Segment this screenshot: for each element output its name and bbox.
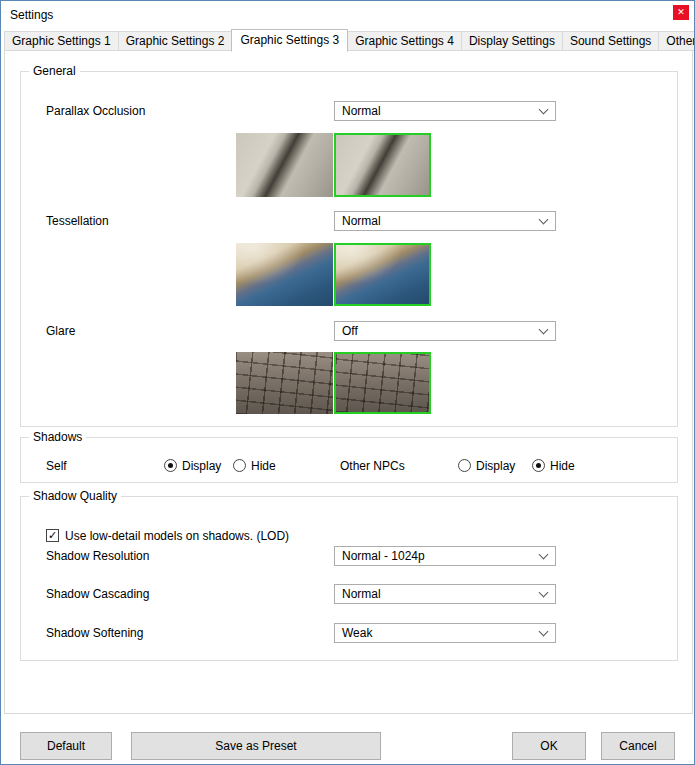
chevron-down-icon	[539, 550, 549, 560]
tessellation-preview-1[interactable]	[236, 243, 333, 306]
other-npcs-label: Other NPCs	[340, 459, 405, 473]
tessellation-preview-2-selected[interactable]	[334, 243, 431, 306]
general-group-label: General	[29, 65, 80, 78]
window-title: Settings	[10, 8, 53, 22]
shadow-resolution-value: Normal - 1024p	[342, 547, 425, 565]
glare-preview-2-selected[interactable]	[334, 352, 431, 414]
self-label: Self	[46, 459, 67, 473]
chevron-down-icon	[539, 325, 549, 335]
tab-graphic-settings-1[interactable]: Graphic Settings 1	[4, 31, 119, 51]
close-icon: ✕	[677, 8, 685, 17]
shadow-softening-value: Weak	[342, 624, 372, 642]
parallax-occlusion-select[interactable]: Normal	[334, 101, 556, 121]
tessellation-value: Normal	[342, 212, 381, 230]
shadows-group-label: Shadows	[29, 431, 86, 444]
shadow-softening-select[interactable]: Weak	[334, 623, 556, 643]
tessellation-select[interactable]: Normal	[334, 211, 556, 231]
checkmark-icon: ✓	[48, 530, 57, 541]
self-display-radio[interactable]	[164, 459, 177, 472]
npc-hide-radio[interactable]	[532, 459, 545, 472]
npc-display-radio-label: Display	[476, 459, 515, 473]
parallax-occlusion-value: Normal	[342, 102, 381, 120]
npc-hide-radio-label: Hide	[550, 459, 575, 473]
tab-other[interactable]: Other	[658, 31, 695, 51]
shadow-softening-label: Shadow Softening	[46, 626, 143, 640]
tab-graphic-settings-3[interactable]: Graphic Settings 3	[231, 29, 348, 52]
general-group: General Parallax Occlusion Normal Tessel…	[20, 71, 678, 427]
glare-select[interactable]: Off	[334, 321, 556, 341]
chevron-down-icon	[539, 588, 549, 598]
chevron-down-icon	[539, 215, 549, 225]
shadows-group: Shadows Self Display Hide Other NPCs Dis…	[20, 437, 678, 483]
npc-display-radio[interactable]	[458, 459, 471, 472]
tab-sound-settings[interactable]: Sound Settings	[562, 31, 659, 51]
settings-window: Settings ✕ Graphic Settings 1 Graphic Se…	[0, 0, 695, 765]
glare-preview-1[interactable]	[236, 352, 333, 414]
tab-graphic-settings-2[interactable]: Graphic Settings 2	[118, 31, 233, 51]
parallax-preview-2-selected[interactable]	[334, 133, 431, 197]
glare-value: Off	[342, 322, 358, 340]
tab-graphic-settings-4[interactable]: Graphic Settings 4	[347, 31, 462, 51]
save-as-preset-button[interactable]: Save as Preset	[131, 732, 381, 760]
self-hide-radio-label: Hide	[251, 459, 276, 473]
chevron-down-icon	[539, 105, 549, 115]
shadow-resolution-select[interactable]: Normal - 1024p	[334, 546, 556, 566]
cancel-button[interactable]: Cancel	[601, 732, 675, 760]
self-display-radio-label: Display	[182, 459, 221, 473]
close-button[interactable]: ✕	[673, 5, 689, 20]
ok-button[interactable]: OK	[512, 732, 586, 760]
glare-label: Glare	[46, 324, 75, 338]
parallax-preview-1[interactable]	[236, 133, 333, 197]
settings-panel: General Parallax Occlusion Normal Tessel…	[4, 50, 693, 714]
default-button[interactable]: Default	[20, 732, 112, 760]
lod-checkbox-label: Use low-detail models on shadows. (LOD)	[65, 529, 289, 543]
shadow-resolution-label: Shadow Resolution	[46, 549, 149, 563]
shadow-quality-group-label: Shadow Quality	[29, 490, 121, 503]
shadow-quality-group: Shadow Quality ✓ Use low-detail models o…	[20, 496, 678, 661]
tab-strip: Graphic Settings 1 Graphic Settings 2 Gr…	[4, 28, 691, 51]
lod-checkbox[interactable]: ✓	[46, 529, 59, 542]
chevron-down-icon	[539, 627, 549, 637]
tessellation-label: Tessellation	[46, 214, 109, 228]
tab-display-settings[interactable]: Display Settings	[461, 31, 563, 51]
self-hide-radio[interactable]	[233, 459, 246, 472]
shadow-cascading-select[interactable]: Normal	[334, 584, 556, 604]
shadow-cascading-label: Shadow Cascading	[46, 587, 149, 601]
parallax-occlusion-label: Parallax Occlusion	[46, 104, 145, 118]
shadow-cascading-value: Normal	[342, 585, 381, 603]
title-bar[interactable]: Settings ✕	[1, 1, 694, 29]
